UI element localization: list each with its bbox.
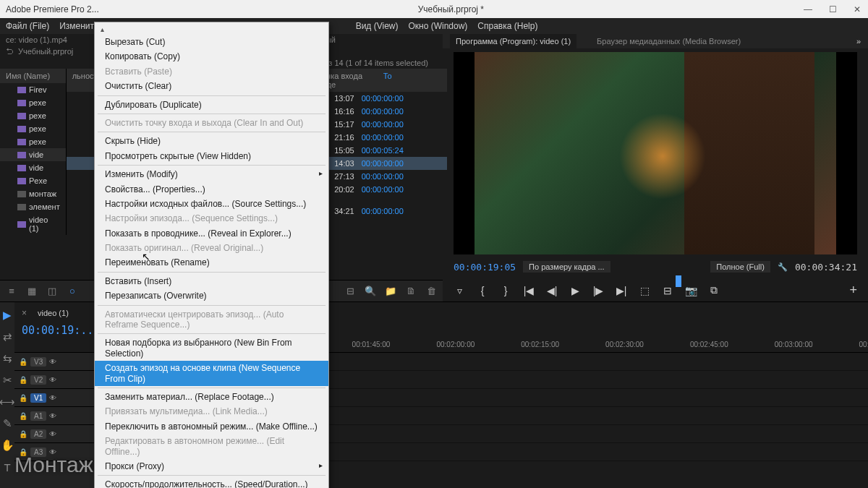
context-menu-scroll-up[interactable]: ▴ xyxy=(95,24,328,35)
bin-item[interactable]: элемент xyxy=(0,200,66,213)
slip-tool-icon[interactable]: ⟷ xyxy=(0,395,14,409)
menu-item[interactable]: Показать в проводнике... (Reveal in Expl… xyxy=(95,226,328,241)
bin-item[interactable]: pexe xyxy=(0,109,66,122)
menu-view[interactable]: Вид (View) xyxy=(356,21,399,31)
button-editor-icon[interactable]: + xyxy=(849,283,857,298)
menu-item[interactable]: Переименовать (Rename) xyxy=(95,255,328,270)
current-timecode[interactable]: 00:00:19:05 xyxy=(454,262,516,273)
track-select-tool-icon[interactable]: ⇄ xyxy=(0,330,14,344)
menu-item[interactable]: Новая подборка из выбранного (New Bin Fr… xyxy=(95,335,328,361)
menu-item[interactable]: Вырезать (Cut) xyxy=(95,35,328,49)
hand-tool-icon[interactable]: ✋ xyxy=(0,438,14,453)
lock-icon[interactable]: 🔒 xyxy=(19,376,27,384)
menu-item[interactable]: Переключить в автономный режим... (Make … xyxy=(95,419,328,434)
ripple-tool-icon[interactable]: ⇆ xyxy=(0,351,14,366)
bin-item[interactable]: video (1) xyxy=(0,213,66,235)
track-toggle-icon[interactable]: 👁 xyxy=(49,412,56,420)
track-label[interactable]: A2 xyxy=(30,429,46,439)
track-label[interactable]: V3 xyxy=(30,357,46,367)
menu-item[interactable]: Копировать (Copy) xyxy=(95,49,328,64)
menu-item[interactable]: Создать эпизод на основе клипа (New Sequ… xyxy=(95,361,328,386)
new-bin-icon[interactable]: 📁 xyxy=(385,286,396,297)
go-to-in-icon[interactable]: |◀ xyxy=(523,285,535,296)
menu-window[interactable]: Окно (Window) xyxy=(408,21,467,31)
mark-out-icon[interactable]: } xyxy=(500,285,511,296)
list-view-icon[interactable]: ≡ xyxy=(6,286,17,297)
bin-item[interactable]: vide xyxy=(0,148,66,161)
lock-icon[interactable]: 🔒 xyxy=(19,430,27,438)
track-label[interactable]: A1 xyxy=(30,411,46,421)
comparison-icon[interactable]: ⧉ xyxy=(708,285,720,296)
step-forward-icon[interactable]: |▶ xyxy=(592,285,604,296)
minimize-button[interactable]: — xyxy=(803,4,813,14)
step-back-icon[interactable]: ◀| xyxy=(546,285,558,296)
menu-item[interactable]: Скрыть (Hide) xyxy=(95,134,328,148)
bin-item[interactable]: Pexe xyxy=(0,174,66,187)
menu-item[interactable]: Настройки исходных файлов... (Source Set… xyxy=(95,197,328,211)
go-to-out-icon[interactable]: ▶| xyxy=(616,285,627,296)
menu-item[interactable]: Вставить (Insert) xyxy=(95,274,328,288)
razor-tool-icon[interactable]: ✂ xyxy=(0,373,14,388)
extract-icon[interactable]: ⊟ xyxy=(662,285,673,296)
name-column-header[interactable]: Имя (Name) xyxy=(0,69,66,83)
col-to[interactable]: То xyxy=(383,72,441,89)
program-monitor[interactable] xyxy=(454,52,857,254)
zoom-slider-icon[interactable]: ○ xyxy=(67,286,78,297)
bin-item[interactable]: pexe xyxy=(0,135,66,148)
find-icon[interactable]: 🔍 xyxy=(365,286,376,297)
track-label[interactable]: A3 xyxy=(30,448,46,457)
timeline-close-icon[interactable]: × xyxy=(22,308,27,318)
lock-icon[interactable]: 🔒 xyxy=(19,412,27,420)
panel-menu-icon[interactable]: » xyxy=(856,37,861,46)
clear-icon[interactable]: 🗑 xyxy=(425,286,437,297)
bin-item[interactable]: pexe xyxy=(0,96,66,109)
menu-item[interactable]: Заменить материал... (Replace Footage...… xyxy=(95,390,328,404)
lock-icon[interactable]: 🔒 xyxy=(19,448,27,456)
menu-item[interactable]: Очистить (Clear) xyxy=(95,79,328,93)
close-button[interactable]: ✕ xyxy=(852,4,862,14)
menu-item[interactable]: Дублировать (Duplicate) xyxy=(95,98,328,112)
export-frame-icon[interactable]: 📷 xyxy=(685,285,697,296)
automate-icon[interactable]: ⊟ xyxy=(344,286,356,297)
play-icon[interactable]: ▶ xyxy=(569,285,581,296)
menu-file[interactable]: Файл (File) xyxy=(6,21,49,31)
type-tool-icon[interactable]: T xyxy=(0,460,14,474)
maximize-button[interactable]: ☐ xyxy=(827,4,838,14)
timeline-timecode[interactable]: 00:00:19:... xyxy=(22,324,100,337)
menu-item[interactable]: Прокси (Proxy) xyxy=(95,459,328,474)
pen-tool-icon[interactable]: ✎ xyxy=(0,416,14,431)
mark-in-icon[interactable]: { xyxy=(477,285,488,296)
lift-icon[interactable]: ⬚ xyxy=(639,285,650,296)
media-browser-tab[interactable]: Браузер медиаданных (Media Browser) xyxy=(591,34,746,48)
menu-item[interactable]: Перезаписать (Overwrite) xyxy=(95,288,328,303)
new-item-icon[interactable]: 🗎 xyxy=(405,286,417,297)
menu-item[interactable]: Изменить (Modify) xyxy=(95,167,328,181)
add-marker-icon[interactable]: ▿ xyxy=(454,285,465,296)
track-toggle-icon[interactable]: 👁 xyxy=(49,358,56,366)
menu-item[interactable]: Просмотреть скрытые (View Hidden) xyxy=(95,149,328,163)
track-toggle-icon[interactable]: 👁 xyxy=(49,376,56,384)
bin-item[interactable]: Firev xyxy=(0,83,66,96)
menu-item[interactable]: Свойства... (Properties...) xyxy=(95,182,328,197)
nav-back-icon[interactable]: ⮌ xyxy=(6,47,14,56)
bin-item[interactable]: монтаж xyxy=(0,187,66,200)
track-label[interactable]: V1 xyxy=(30,393,46,403)
resolution-dropdown[interactable]: Полное (Full) xyxy=(710,261,770,273)
track-toggle-icon[interactable]: 👁 xyxy=(49,448,56,456)
bin-item[interactable]: vide xyxy=(0,161,66,174)
track-toggle-icon[interactable]: 👁 xyxy=(49,394,56,402)
sequence-tab[interactable]: video (1) xyxy=(38,309,69,317)
icon-view-icon[interactable]: ▦ xyxy=(26,286,38,297)
lock-icon[interactable]: 🔒 xyxy=(19,394,27,402)
track-toggle-icon[interactable]: 👁 xyxy=(49,430,56,438)
menu-help[interactable]: Справка (Help) xyxy=(477,21,537,31)
selection-tool-icon[interactable]: ▶ xyxy=(0,308,14,322)
settings-icon[interactable]: 🔧 xyxy=(778,262,788,272)
menu-item[interactable]: Скорость/продолжительность... (Speed/Dur… xyxy=(95,477,328,488)
playhead-marker[interactable] xyxy=(676,275,681,287)
track-label[interactable]: V2 xyxy=(30,375,46,385)
lock-icon[interactable]: 🔒 xyxy=(19,358,27,366)
bin-item[interactable]: pexe xyxy=(0,122,66,135)
zoom-fit-dropdown[interactable]: По размеру кадра ... xyxy=(523,261,610,273)
freeform-view-icon[interactable]: ◫ xyxy=(46,286,58,297)
